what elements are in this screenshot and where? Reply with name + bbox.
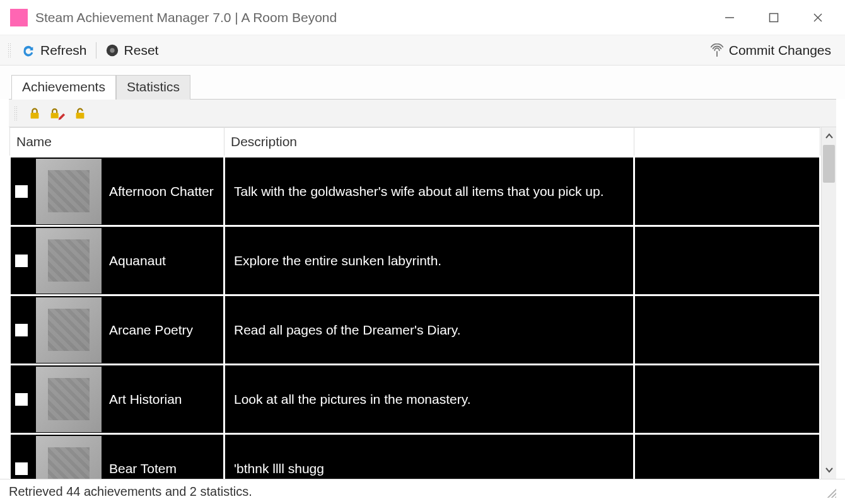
close-button[interactable] xyxy=(796,0,840,35)
svg-point-5 xyxy=(110,48,114,52)
resize-grip[interactable] xyxy=(825,486,836,498)
svg-rect-7 xyxy=(51,113,59,118)
achievement-checkbox[interactable] xyxy=(15,255,28,267)
close-icon xyxy=(813,13,823,23)
lock-all-button[interactable] xyxy=(26,105,43,122)
refresh-label: Refresh xyxy=(40,43,87,58)
column-header-name[interactable]: Name xyxy=(10,128,224,157)
lock-toolbar xyxy=(9,100,836,127)
cell-name: Aquanaut xyxy=(10,226,224,295)
achievement-icon xyxy=(36,228,102,294)
achievement-checkbox[interactable] xyxy=(15,185,28,198)
scroll-up-button[interactable] xyxy=(822,127,836,145)
minimize-button[interactable] xyxy=(708,0,752,35)
achievements-table: Name Description Afternoon ChatterTalk w… xyxy=(9,127,821,479)
invert-locks-button[interactable] xyxy=(49,105,66,122)
cell-name: Art Historian xyxy=(10,365,224,434)
achievement-icon xyxy=(36,367,102,432)
reset-icon xyxy=(105,43,119,57)
achievement-icon xyxy=(36,159,102,224)
achievement-name: Bear Totem xyxy=(105,461,180,476)
toolbar-grip xyxy=(8,43,11,58)
achievements-table-scroll[interactable]: Name Description Afternoon ChatterTalk w… xyxy=(9,127,821,479)
chevron-down-icon xyxy=(825,466,833,474)
table-row[interactable]: Arcane PoetryRead all pages of the Dream… xyxy=(10,295,820,365)
refresh-icon xyxy=(21,43,35,57)
unlock-all-button[interactable] xyxy=(72,105,88,122)
lock-toolbar-grip xyxy=(14,106,18,121)
achievement-checkbox[interactable] xyxy=(15,393,28,406)
titlebar: Steam Achievement Manager 7.0 | A Room B… xyxy=(0,0,845,35)
broadcast-icon xyxy=(710,43,724,57)
cell-name: Bear Totem xyxy=(10,434,224,479)
minimize-icon xyxy=(725,13,735,23)
cell-empty xyxy=(634,157,820,226)
svg-rect-1 xyxy=(770,13,778,21)
cell-empty xyxy=(634,295,820,365)
vertical-scrollbar[interactable] xyxy=(821,127,836,479)
achievement-checkbox[interactable] xyxy=(15,324,28,336)
commit-changes-button[interactable]: Commit Changes xyxy=(704,40,837,60)
achievement-icon xyxy=(36,297,102,363)
window-title: Steam Achievement Manager 7.0 | A Room B… xyxy=(35,10,337,25)
app-icon xyxy=(10,9,28,26)
achievement-description: Talk with the goldwasher's wife about al… xyxy=(224,157,634,226)
achievement-icon xyxy=(36,436,102,479)
commit-label: Commit Changes xyxy=(729,43,831,58)
cell-empty xyxy=(634,434,820,479)
toolbar-separator xyxy=(96,42,96,59)
lock-icon xyxy=(28,106,42,120)
table-row[interactable]: Art Historian Look at all the pictures i… xyxy=(10,365,820,434)
svg-rect-6 xyxy=(31,113,39,118)
cell-name: Arcane Poetry xyxy=(10,295,224,365)
status-text: Retrieved 44 achievements and 2 statisti… xyxy=(9,484,252,499)
unlock-icon xyxy=(73,106,87,120)
achievement-checkbox[interactable] xyxy=(15,462,28,475)
chevron-up-icon xyxy=(825,132,833,140)
achievement-description: Read all pages of the Dreamer's Diary. xyxy=(224,295,634,365)
tab-achievements[interactable]: Achievements xyxy=(11,75,116,100)
scroll-thumb[interactable] xyxy=(823,145,835,183)
main-toolbar: Refresh Reset Commit Changes xyxy=(0,35,845,66)
svg-rect-8 xyxy=(76,113,84,118)
achievement-name: Arcane Poetry xyxy=(105,323,197,338)
refresh-button[interactable]: Refresh xyxy=(15,40,93,60)
maximize-icon xyxy=(769,13,779,23)
reset-button[interactable]: Reset xyxy=(99,40,165,60)
lock-edit-icon xyxy=(49,106,66,120)
achievement-description: 'bthnk llll shugg xyxy=(224,434,634,479)
achievement-name: Art Historian xyxy=(105,392,186,407)
achievement-name: Afternoon Chatter xyxy=(105,184,218,199)
scroll-track[interactable] xyxy=(822,145,836,461)
cell-name: Afternoon Chatter xyxy=(10,157,224,226)
table-row[interactable]: AquanautExplore the entire sunken labyri… xyxy=(10,226,820,295)
column-header-empty[interactable] xyxy=(634,128,820,157)
reset-label: Reset xyxy=(124,43,159,58)
maximize-button[interactable] xyxy=(752,0,796,35)
scroll-down-button[interactable] xyxy=(822,461,836,479)
status-bar: Retrieved 44 achievements and 2 statisti… xyxy=(0,479,845,504)
table-row[interactable]: Bear Totem'bthnk llll shugg xyxy=(10,434,820,479)
cell-empty xyxy=(634,365,820,434)
achievement-name: Aquanaut xyxy=(105,253,170,268)
cell-empty xyxy=(634,226,820,295)
achievement-description: Look at all the pictures in the monaster… xyxy=(224,365,634,434)
table-row[interactable]: Afternoon ChatterTalk with the goldwashe… xyxy=(10,157,820,226)
tab-statistics[interactable]: Statistics xyxy=(116,75,190,100)
achievement-description: Explore the entire sunken labyrinth. xyxy=(224,226,634,295)
tabs: Achievements Statistics xyxy=(0,66,845,99)
column-header-description[interactable]: Description xyxy=(224,128,634,157)
